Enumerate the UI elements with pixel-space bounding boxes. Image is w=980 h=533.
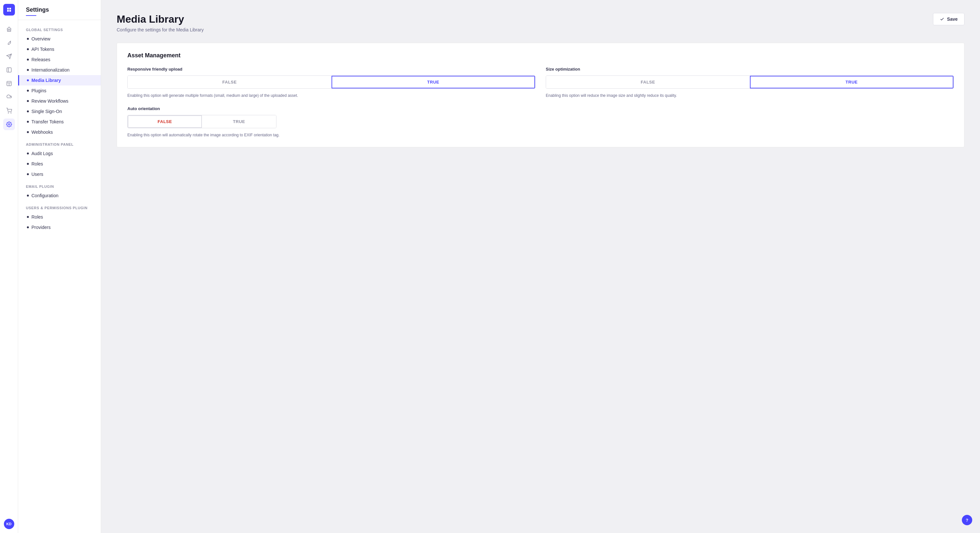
cloud-icon[interactable]	[3, 91, 15, 103]
size-optimization-false-btn[interactable]: FALSE	[546, 76, 750, 89]
sidebar-item-webhooks[interactable]: Webhooks	[18, 127, 101, 137]
book-icon[interactable]	[3, 64, 15, 76]
help-button[interactable]: ?	[962, 515, 972, 525]
svg-rect-6	[7, 68, 11, 72]
card-title: Asset Management	[127, 52, 954, 59]
sidebar-item-api-tokens[interactable]: API Tokens	[18, 44, 101, 54]
bullet-icon	[27, 121, 29, 123]
size-optimization-toggle: FALSE TRUE	[546, 75, 954, 89]
sidebar-title-divider	[26, 15, 36, 16]
auto-orientation-true-btn[interactable]: TRUE	[202, 115, 276, 128]
admin-panel-label: ADMINISTRATION PANEL	[18, 137, 101, 148]
auto-orientation-false-btn[interactable]: FALSE	[128, 115, 202, 128]
bullet-icon	[27, 59, 29, 60]
bullet-icon	[27, 100, 29, 102]
page-subtitle: Configure the settings for the Media Lib…	[117, 27, 204, 32]
svg-rect-1	[9, 8, 11, 10]
sidebar-item-single-sign-on[interactable]: Single Sign-On	[18, 106, 101, 117]
sidebar: Settings GLOBAL SETTINGS Overview API To…	[18, 0, 101, 533]
responsive-upload-true-btn[interactable]: TRUE	[331, 76, 535, 89]
bullet-icon	[27, 38, 29, 40]
user-avatar[interactable]: KD	[4, 519, 14, 529]
check-icon	[940, 17, 944, 21]
app-logo-icon[interactable]	[3, 4, 15, 16]
bullet-icon	[27, 110, 29, 113]
page-header: Media Library Configure the settings for…	[117, 13, 964, 32]
responsive-upload-group: Responsive friendly upload FALSE TRUE En…	[127, 67, 535, 98]
sidebar-item-users[interactable]: Users	[18, 169, 101, 179]
bullet-icon	[27, 90, 29, 92]
bullet-icon	[27, 79, 29, 81]
responsive-upload-label: Responsive friendly upload	[127, 67, 535, 71]
sidebar-item-media-library[interactable]: Media Library	[18, 75, 101, 86]
svg-point-11	[8, 113, 9, 113]
auto-orientation-toggle: FALSE TRUE	[127, 115, 277, 128]
bullet-icon	[27, 163, 29, 165]
svg-rect-3	[9, 10, 11, 12]
sidebar-item-providers[interactable]: Providers	[18, 222, 101, 233]
sidebar-item-overview[interactable]: Overview	[18, 34, 101, 44]
layout-icon[interactable]	[3, 78, 15, 89]
bullet-icon	[27, 226, 29, 228]
bullet-icon	[27, 131, 29, 133]
svg-rect-2	[7, 10, 9, 12]
sidebar-item-up-roles[interactable]: Roles	[18, 212, 101, 222]
bullet-icon	[27, 48, 29, 50]
auto-orientation-label: Auto orientation	[127, 106, 954, 111]
svg-point-13	[8, 124, 10, 125]
asset-management-card: Asset Management Responsive friendly upl…	[117, 43, 964, 148]
responsive-upload-false-btn[interactable]: FALSE	[128, 76, 331, 89]
settings-gear-icon[interactable]	[3, 119, 15, 130]
sidebar-item-review-workflows[interactable]: Review Workflows	[18, 96, 101, 106]
send-icon[interactable]	[3, 51, 15, 62]
cart-icon[interactable]	[3, 105, 15, 117]
responsive-upload-description: Enabling this option will generate multi…	[127, 93, 535, 98]
page-title: Media Library	[117, 13, 204, 25]
bullet-icon	[27, 216, 29, 218]
rail-icons	[3, 4, 15, 517]
page-title-group: Media Library Configure the settings for…	[117, 13, 204, 32]
sidebar-item-plugins[interactable]: Plugins	[18, 86, 101, 96]
sidebar-item-releases[interactable]: Releases	[18, 54, 101, 65]
bullet-icon	[27, 69, 29, 71]
auto-orientation-group: Auto orientation FALSE TRUE Enabling thi…	[127, 106, 954, 138]
auto-orientation-description: Enabling this option will automatically …	[127, 132, 322, 138]
size-optimization-description: Enabling this option will reduce the ima…	[546, 93, 954, 98]
pen-tool-icon[interactable]	[3, 37, 15, 49]
main-inner: Media Library Configure the settings for…	[101, 0, 980, 533]
save-button[interactable]: Save	[933, 13, 964, 25]
svg-point-12	[11, 113, 11, 113]
sidebar-item-audit-logs[interactable]: Audit Logs	[18, 148, 101, 159]
size-optimization-true-btn[interactable]: TRUE	[750, 76, 954, 89]
sidebar-item-configuration[interactable]: Configuration	[18, 190, 101, 201]
sidebar-header: Settings	[18, 0, 101, 20]
responsive-upload-toggle: FALSE TRUE	[127, 75, 535, 89]
users-permissions-label: USERS & PERMISSIONS PLUGIN	[18, 201, 101, 212]
size-optimization-label: Size optimization	[546, 67, 954, 71]
settings-grid: Responsive friendly upload FALSE TRUE En…	[127, 67, 954, 98]
sidebar-item-roles[interactable]: Roles	[18, 159, 101, 169]
home-icon[interactable]	[3, 23, 15, 35]
main-content: Media Library Configure the settings for…	[101, 0, 980, 533]
sidebar-title: Settings	[26, 6, 93, 13]
email-plugin-label: EMAIL PLUGIN	[18, 179, 101, 190]
icon-rail: KD	[0, 0, 18, 533]
global-settings-label: GLOBAL SETTINGS	[18, 23, 101, 34]
bullet-icon	[27, 152, 29, 154]
size-optimization-group: Size optimization FALSE TRUE Enabling th…	[546, 67, 954, 98]
sidebar-item-internationalization[interactable]: Internationalization	[18, 65, 101, 75]
bullet-icon	[27, 173, 29, 175]
bullet-icon	[27, 195, 29, 197]
sidebar-item-transfer-tokens[interactable]: Transfer Tokens	[18, 117, 101, 127]
svg-rect-0	[7, 8, 9, 10]
